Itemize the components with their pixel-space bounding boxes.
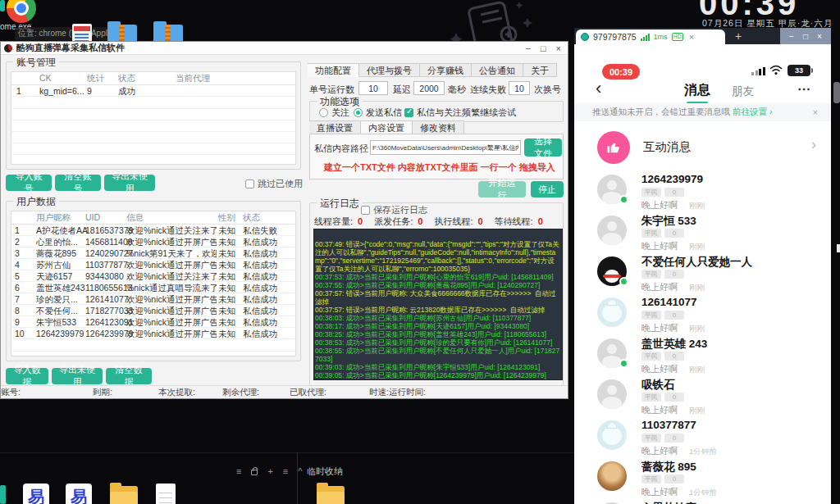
account-table-row[interactable]: 1 kg_mid=6... 9 成功 xyxy=(11,85,295,97)
chat-name: 朱宇恒 533 xyxy=(641,214,696,229)
fail-count-input[interactable] xyxy=(509,81,530,95)
avatar xyxy=(597,216,627,245)
interactive-messages-item[interactable]: 互动消息 › xyxy=(574,129,831,170)
close-icon[interactable]: × xyxy=(817,32,822,41)
clear-data-button[interactable]: 清空数据 xyxy=(106,368,152,384)
user-table-row[interactable]: 5 天迹6157 93443080 欢迎%nick通过关注来了 未知 私信成功 xyxy=(11,270,295,282)
minimize-icon[interactable]: − xyxy=(789,32,794,41)
checkbox-icon[interactable] xyxy=(245,179,254,188)
chat-list-item[interactable]: 朱宇恒 533 平民 0 晚上好啊刚刚 xyxy=(574,213,831,254)
retry-checkbox[interactable]: ✓ 私信与关注频繁继续尝试 xyxy=(404,107,516,119)
folder-icon[interactable] xyxy=(110,486,138,504)
hd-badge: HD xyxy=(672,33,683,41)
minimize-icon[interactable]: − xyxy=(525,42,530,55)
maximize-icon[interactable]: □ xyxy=(541,42,546,55)
user-table-row[interactable]: 3 蔷薇花895 1240290727 %nick第91天来了，欢迎~ 未知 私… xyxy=(11,247,295,259)
chat-badges: 平民 0 xyxy=(641,474,684,484)
chat-list-item[interactable]: 心里的怡宝 619 平民 0 晚上好啊刚刚 xyxy=(574,500,831,504)
chat-list-item[interactable]: 盖世英雄 243 平民 0 晚上好啊刚刚 xyxy=(574,336,831,377)
chat-name: 126141077 xyxy=(641,296,697,308)
choose-file-button[interactable]: 选择文件 xyxy=(524,138,562,157)
user-table-row[interactable]: 7 珍的爱只... 126141077 欢迎%nick通过开屏广告来了 未知 私… xyxy=(11,293,295,305)
export-unused-accounts-button[interactable]: 导出未使用 xyxy=(104,175,155,191)
tab[interactable]: 直播设置 xyxy=(309,120,361,134)
user-table-row[interactable]: 6 盖世英雄243 1180655613 %nick通过真唱导流来了 未知 私信… xyxy=(11,282,295,293)
count-badge: 0 xyxy=(664,393,684,402)
add-icon[interactable]: + xyxy=(267,466,272,476)
go-settings-link[interactable]: 前往设置 › xyxy=(733,107,772,118)
more-icon[interactable]: ⋯ xyxy=(797,81,811,97)
user-table-header: 用户昵称 UID 信息 性别 状态 xyxy=(11,211,295,225)
user-table-row[interactable]: 10 1264239979 1264239979 欢迎%nick通过开屏广告来了… xyxy=(11,328,295,339)
menu-icon[interactable]: ≡ xyxy=(283,466,288,476)
chat-list-item[interactable]: 1264239979 平民 0 晚上好啊刚刚 xyxy=(574,172,831,213)
yi-language-icon[interactable]: 易 xyxy=(66,484,92,504)
back-icon[interactable]: ‹ xyxy=(596,80,601,97)
chat-list-item[interactable]: 吸铁石 平民 0 晚上好啊刚刚 xyxy=(574,377,831,418)
user-table-row[interactable]: 8 不爱任何... 1718277033 欢迎%nick通过开屏广告来了 未知 … xyxy=(11,305,295,316)
checkbox-icon[interactable]: ✓ xyxy=(404,108,413,117)
chat-list-item[interactable]: 126141077 平民 0 晚上好啊刚刚 xyxy=(574,295,831,336)
pm-path-input[interactable] xyxy=(370,140,521,155)
start-run-button[interactable]: 开始运行 xyxy=(478,181,526,198)
maximize-icon[interactable]: □ xyxy=(803,32,808,41)
chat-list-item[interactable]: 110377877 平民 0 晚上好啊1分钟前 xyxy=(574,418,831,459)
chat-badges: 平民 0 xyxy=(641,188,684,197)
recording-timer[interactable]: 00:39 xyxy=(602,64,640,79)
close-icon[interactable]: × xyxy=(556,42,561,55)
tab[interactable]: 关于 xyxy=(523,63,557,77)
account-table[interactable]: CK 统计 状态 当前代理 1 kg_mid=6... 9 成功 xyxy=(11,71,296,165)
clear-accounts-button[interactable]: 清空账号 xyxy=(55,175,101,191)
chrome-icon[interactable] xyxy=(7,0,36,23)
level-badge: 平民 xyxy=(641,352,661,361)
radio-icon[interactable] xyxy=(354,108,363,117)
lock-icon[interactable] xyxy=(251,470,258,475)
delay-input[interactable] xyxy=(413,81,445,95)
tab-close-icon[interactable]: × xyxy=(689,32,694,42)
sort-icon[interactable]: ≡ xyxy=(236,466,241,476)
emulator-tab[interactable]: 979797875 1ms HD × xyxy=(576,30,725,44)
user-table[interactable]: 用户昵称 UID 信息 性别 状态 1 A护花使者AA 1816537379 欢… xyxy=(11,211,296,356)
stop-button[interactable]: 停止 xyxy=(531,181,564,198)
emulator-tabstrip: 979797875 1ms HD × + − □ × xyxy=(574,28,831,44)
folder-icon[interactable] xyxy=(317,486,345,504)
user-table-row[interactable]: 2 心里的怡... 1456811409 欢迎%nick通过开屏广告来了 未知 … xyxy=(11,236,295,247)
tab[interactable]: 分享赚钱 xyxy=(420,63,472,77)
account-group-legend: 账号管理 xyxy=(13,56,59,70)
banner-close-icon[interactable]: × xyxy=(813,107,818,117)
user-table-row[interactable]: 4 苏州古仙 110377877 欢迎%nick通过开屏广告来了 未知 私信成功 xyxy=(11,259,295,270)
user-table-row[interactable]: 1 A护花使者AA 1816537379 欢迎%nick通过关注来了 未知 私信… xyxy=(11,225,295,236)
export-unused-data-button[interactable]: 导出未使用 xyxy=(52,368,103,384)
document-icon[interactable] xyxy=(156,484,176,504)
tab[interactable]: 公告通知 xyxy=(472,63,523,77)
tab-friends[interactable]: 朋友 xyxy=(732,84,754,99)
collapse-icon[interactable]: ^ xyxy=(298,466,302,476)
new-tab-icon[interactable]: + xyxy=(735,28,742,44)
tab-messages[interactable]: 消息 xyxy=(684,82,710,99)
user-table-row[interactable]: 9 朱宇恒533 1264123091 欢迎%nick通过开屏广告来了 未知 私… xyxy=(11,316,295,328)
skip-used-checkbox[interactable]: 跳过已使用 xyxy=(245,178,303,190)
tab[interactable]: 功能配置 xyxy=(308,63,359,77)
follow-radio[interactable]: 关注 xyxy=(319,107,349,119)
checkbox-icon[interactable] xyxy=(361,206,370,215)
tab[interactable]: 内容设置 xyxy=(361,120,413,134)
send-pm-radio[interactable]: 发送私信 xyxy=(354,107,402,119)
partial-app-icon[interactable] xyxy=(0,485,6,504)
run-count-input[interactable] xyxy=(358,81,388,95)
tab[interactable]: 代理与拨号 xyxy=(359,63,420,77)
chat-list-item[interactable]: 不爱任何人只爱她一人 平民 0 晚上好啊刚刚 xyxy=(574,254,831,295)
chat-time: 刚刚 xyxy=(689,201,705,210)
status-field: 到期: xyxy=(93,387,158,398)
chat-list-item[interactable]: 蔷薇花 895 平民 0 晚上好啊1分钟前 xyxy=(574,459,831,500)
import-accounts-button[interactable]: 导入账号 xyxy=(6,175,52,191)
save-log-checkbox[interactable]: 保存运行日志 xyxy=(358,204,430,216)
yi-language-icon[interactable]: 易 xyxy=(23,484,49,504)
partial-app-icon[interactable] xyxy=(0,0,5,11)
import-data-button[interactable]: 导入数据 xyxy=(6,368,48,384)
tab[interactable]: 修改资料 xyxy=(413,120,464,134)
phone-mirror-window: 979797875 1ms HD × + − □ × 00:39 33 xyxy=(574,28,831,504)
log-console[interactable]: 00:37:49: 错误>{"code":0,"msg":null,"data"… xyxy=(313,229,563,380)
avatar xyxy=(597,420,627,450)
app-titlebar[interactable]: 酷狗直播弹幕采集私信软件 − □ × xyxy=(1,42,568,55)
radio-icon[interactable] xyxy=(319,108,328,117)
